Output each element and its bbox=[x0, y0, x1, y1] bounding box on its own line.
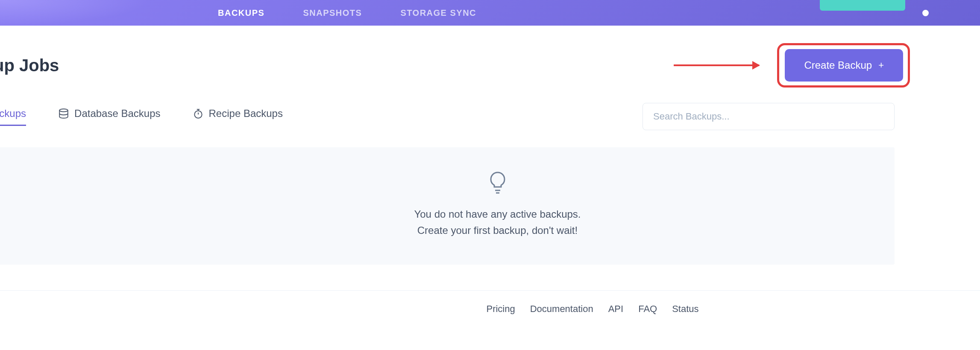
tab-label: Recipe Backups bbox=[209, 108, 283, 120]
tab-label: ackups bbox=[0, 108, 26, 120]
svg-point-0 bbox=[59, 109, 68, 111]
plus-icon: + bbox=[878, 60, 884, 71]
create-backup-button[interactable]: Create Backup + bbox=[785, 49, 903, 82]
tab-database-backups[interactable]: Database Backups bbox=[58, 108, 160, 126]
create-backup-label: Create Backup bbox=[804, 59, 872, 71]
footer-link-status[interactable]: Status bbox=[672, 303, 698, 315]
footer-link-pricing[interactable]: Pricing bbox=[486, 303, 515, 315]
nav-links: BACKUPS SNAPSHOTS STORAGE SYNC bbox=[218, 8, 476, 18]
action-button[interactable] bbox=[820, 0, 905, 11]
page-title: up Jobs bbox=[0, 56, 59, 75]
main-content: up Jobs Create Backup + ackups bbox=[0, 26, 980, 265]
svg-point-1 bbox=[194, 111, 202, 118]
tabs: ackups Database Backups bbox=[0, 108, 283, 126]
footer-links: Pricing Documentation API FAQ Status bbox=[486, 303, 698, 315]
annotation-arrow bbox=[674, 64, 759, 66]
tab-backups[interactable]: ackups bbox=[0, 108, 26, 126]
footer-link-documentation[interactable]: Documentation bbox=[530, 303, 593, 315]
footer-link-faq[interactable]: FAQ bbox=[638, 303, 657, 315]
nav-link-storage-sync[interactable]: STORAGE SYNC bbox=[400, 8, 476, 18]
topbar: BACKUPS SNAPSHOTS STORAGE SYNC bbox=[0, 0, 980, 26]
tab-label: Database Backups bbox=[74, 108, 160, 120]
tab-recipe-backups[interactable]: Recipe Backups bbox=[193, 108, 283, 126]
search-input[interactable] bbox=[643, 103, 895, 130]
empty-line-1: You do not have any active backups. bbox=[414, 206, 581, 222]
empty-state-text: You do not have any active backups. Crea… bbox=[414, 206, 581, 239]
empty-state: You do not have any active backups. Crea… bbox=[0, 147, 895, 265]
page-header: up Jobs Create Backup + bbox=[0, 26, 903, 103]
create-button-wrapper: Create Backup + bbox=[785, 49, 903, 82]
tabs-row: ackups Database Backups bbox=[0, 103, 895, 130]
footer: Pricing Documentation API FAQ Status bbox=[0, 290, 980, 327]
nav-link-snapshots[interactable]: SNAPSHOTS bbox=[303, 8, 362, 18]
stopwatch-icon bbox=[193, 108, 204, 119]
footer-link-api[interactable]: API bbox=[608, 303, 623, 315]
empty-line-2: Create your first backup, don't wait! bbox=[414, 222, 581, 239]
topbar-right bbox=[820, 10, 950, 16]
database-icon bbox=[58, 108, 69, 119]
avatar[interactable] bbox=[922, 10, 929, 16]
nav-link-backups[interactable]: BACKUPS bbox=[218, 8, 264, 18]
lightbulb-icon bbox=[414, 171, 581, 195]
